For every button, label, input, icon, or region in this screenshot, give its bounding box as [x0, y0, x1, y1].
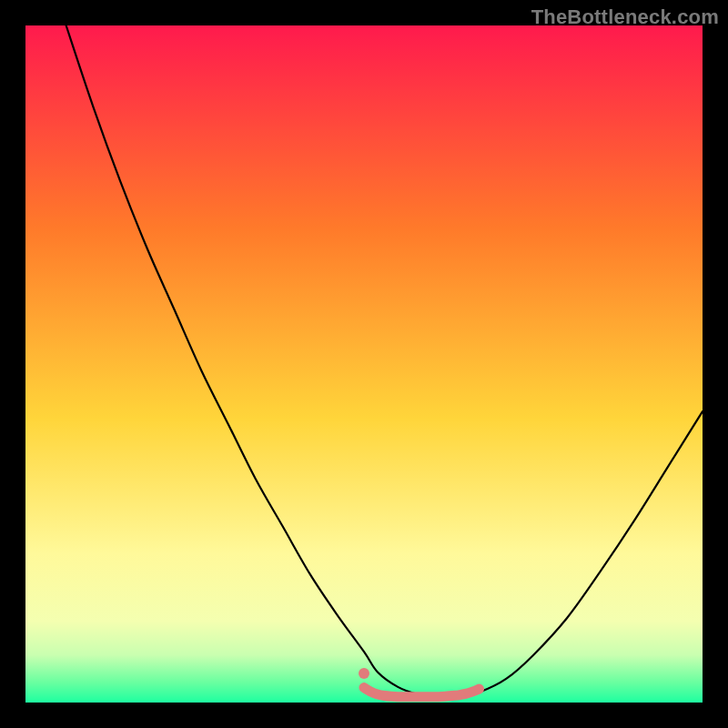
optimal-range-dot [359, 668, 369, 679]
watermark-text: TheBottleneck.com [531, 5, 719, 29]
chart-frame: TheBottleneck.com [0, 0, 728, 728]
plot-area [25, 25, 703, 703]
chart-svg [25, 25, 703, 703]
heatmap-background [25, 25, 703, 703]
